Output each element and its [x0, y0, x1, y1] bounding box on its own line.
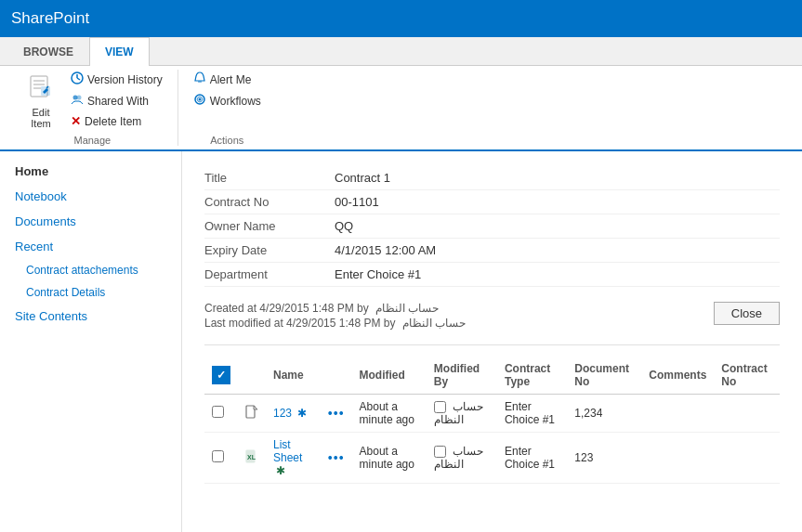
file-table: ✓ Name Modified Modified By Contract Typ… — [204, 357, 780, 484]
value-department: Enter Choice #1 — [335, 267, 421, 281]
sidebar-item-contract-attachements[interactable]: Contract attachements — [0, 259, 181, 281]
shared-with-label: Shared With — [87, 95, 149, 108]
sidebar-item-documents[interactable]: Documents — [0, 209, 181, 234]
row2-checkbox[interactable] — [212, 450, 224, 462]
alert-me-label: Alert Me — [210, 73, 252, 86]
file-icon-header — [238, 357, 266, 395]
contract-type-column-header: Contract Type — [497, 357, 567, 395]
detail-row-expiry: Expiry Date 4/1/2015 12:00 AM — [204, 239, 780, 263]
row1-checkbox[interactable] — [212, 406, 224, 418]
row1-menu-button[interactable]: ••• — [328, 406, 345, 421]
app-title: SharePoint — [11, 9, 89, 28]
comments-column-header: Comments — [641, 357, 714, 395]
modified-by-column-header: Modified By — [427, 357, 497, 395]
row1-document-no-cell: 1,234 — [567, 395, 641, 433]
row1-user-checkbox[interactable] — [434, 401, 446, 413]
ribbon-manage-group: EditItem Version History — [7, 70, 178, 146]
file-table-header: ✓ Name Modified Modified By Contract Typ… — [204, 357, 780, 395]
sidebar-item-site-contents[interactable]: Site Contents — [0, 304, 181, 329]
row1-name-link[interactable]: 123 — [273, 407, 292, 420]
row2-contract-no-cell — [714, 433, 780, 484]
row2-contract-type-cell: Enter Choice #1 — [497, 433, 567, 484]
row1-comments-cell — [641, 395, 714, 433]
value-title: Contract 1 — [335, 171, 390, 185]
workflows-button[interactable]: Workflows — [190, 91, 265, 110]
edit-item-label: EditItem — [31, 107, 50, 129]
workflows-label: Workflows — [210, 95, 261, 108]
checkbox-header-col: ✓ — [204, 357, 238, 395]
value-expiry-date: 4/1/2015 12:00 AM — [335, 243, 436, 257]
label-owner-name: Owner Name — [204, 219, 335, 233]
divider — [204, 344, 780, 345]
svg-point-10 — [77, 96, 82, 100]
detail-row-department: Department Enter Choice #1 — [204, 263, 780, 287]
actions-group-label: Actions — [210, 135, 243, 146]
close-button[interactable]: Close — [714, 302, 780, 325]
row2-user-checkbox[interactable] — [434, 446, 446, 458]
svg-text:XL: XL — [247, 454, 256, 461]
row1-modified-by-cell: حساب النظام — [427, 395, 497, 433]
row2-modified-cell: About a minute ago — [352, 433, 427, 484]
row2-name-cell: List Sheet ✱ — [266, 433, 321, 484]
sidebar: Home Notebook Documents Recent Contract … — [0, 151, 182, 532]
value-owner-name: QQ — [335, 219, 353, 233]
alert-me-icon — [193, 71, 206, 87]
edit-item-button[interactable]: EditItem — [19, 70, 63, 133]
row2-name-link[interactable]: List Sheet — [273, 438, 302, 464]
detail-row-title: Title Contract 1 — [204, 166, 780, 190]
delete-icon: ✕ — [71, 114, 81, 128]
modified-info: Last modified at 4/29/2015 1:48 PM by حس… — [204, 317, 466, 330]
ribbon-tabs: BROWSE VIEW — [0, 37, 802, 66]
row1-modified-cell: About a minute ago — [352, 395, 427, 433]
tab-browse[interactable]: BROWSE — [7, 37, 89, 66]
name-column-header: Name — [266, 357, 321, 395]
label-expiry-date: Expiry Date — [204, 243, 335, 257]
row1-name-cell: 123 ✱ — [266, 395, 321, 433]
alert-me-button[interactable]: Alert Me — [190, 70, 265, 89]
delete-item-button[interactable]: ✕ Delete Item — [67, 112, 166, 130]
row1-checkbox-cell — [204, 395, 238, 433]
sidebar-item-notebook[interactable]: Notebook — [0, 184, 181, 209]
excel-file-icon: XL — [245, 449, 258, 464]
row2-icon-cell: XL — [238, 433, 266, 484]
ribbon-actions-items: Alert Me Workflows — [190, 70, 265, 133]
shared-with-icon — [71, 93, 84, 109]
ribbon-actions-small-items: Alert Me Workflows — [190, 70, 265, 110]
row2-dots-cell: ••• — [321, 433, 352, 484]
row1-contract-no-cell — [714, 395, 780, 433]
sidebar-item-home[interactable]: Home — [0, 159, 181, 184]
row2-checkbox-cell — [204, 433, 238, 484]
modified-user: حساب النظام — [402, 317, 466, 330]
meta-lines: Created at 4/29/2015 1:48 PM by حساب الن… — [204, 302, 466, 330]
label-department: Department — [204, 267, 335, 281]
table-row: 123 ✱ ••• About a minute ago حساب النظام… — [204, 395, 780, 433]
modified-label: Last modified at 4/29/2015 1:48 PM by — [204, 317, 395, 330]
created-info: Created at 4/29/2015 1:48 PM by حساب الن… — [204, 302, 466, 315]
tab-view[interactable]: VIEW — [89, 37, 150, 66]
detail-row-owner: Owner Name QQ — [204, 214, 780, 239]
version-history-button[interactable]: Version History — [67, 70, 166, 89]
detail-row-contract-no: Contract No 00-1101 — [204, 190, 780, 214]
row2-modified-by-cell: حساب النظام — [427, 433, 497, 484]
edit-icon — [28, 73, 54, 105]
select-all-checkbox[interactable]: ✓ — [212, 366, 230, 384]
dots-column-header — [321, 357, 352, 395]
contract-no-column-header: Contract No — [714, 357, 780, 395]
table-row: XL List Sheet ✱ ••• About a minute ago ح… — [204, 433, 780, 484]
created-label: Created at 4/29/2015 1:48 PM by — [204, 302, 369, 315]
label-title: Title — [204, 171, 335, 185]
top-bar: SharePoint — [0, 0, 802, 37]
content-area: Title Contract 1 Contract No 00-1101 Own… — [182, 151, 802, 532]
label-contract-no: Contract No — [204, 195, 335, 209]
created-user: حساب النظام — [375, 302, 439, 315]
sidebar-item-contract-details[interactable]: Contract Details — [0, 281, 181, 304]
value-contract-no: 00-1101 — [335, 195, 379, 209]
sidebar-item-recent[interactable]: Recent — [0, 234, 181, 259]
ribbon-content: EditItem Version History — [0, 66, 802, 151]
version-history-label: Version History — [87, 73, 163, 86]
row2-document-no-cell: 123 — [567, 433, 641, 484]
main-layout: Home Notebook Documents Recent Contract … — [0, 151, 802, 532]
row2-menu-button[interactable]: ••• — [328, 450, 345, 465]
modified-column-header: Modified — [352, 357, 427, 395]
shared-with-button[interactable]: Shared With — [67, 91, 166, 110]
